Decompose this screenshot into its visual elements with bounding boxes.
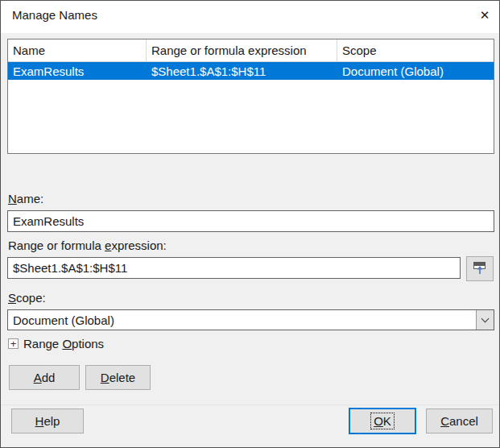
dialog-title: Manage Names: [12, 8, 97, 22]
manage-names-dialog: Manage Names ✕ Name Range or formula exp…: [0, 0, 500, 448]
cancel-button-label: Cancel: [440, 414, 478, 428]
delete-button-label: Delete: [101, 371, 135, 384]
delete-button[interactable]: Delete: [85, 365, 151, 390]
titlebar: Manage Names ✕: [1, 1, 499, 33]
cancel-button[interactable]: Cancel: [426, 409, 493, 433]
scope-dropdown-button[interactable]: [476, 310, 494, 330]
range-expression-input[interactable]: [7, 257, 461, 279]
add-button-label: Add: [34, 371, 56, 384]
named-ranges-list: Name Range or formula expression Scope E…: [7, 39, 494, 154]
cell-range: $Sheet1.$A$1:$H$11: [147, 62, 337, 80]
column-header-name[interactable]: Name: [8, 39, 147, 61]
close-icon: ✕: [480, 8, 490, 23]
column-header-scope[interactable]: Scope: [337, 39, 494, 61]
range-options-label: Range Options: [23, 337, 104, 351]
ok-button[interactable]: OK: [349, 408, 416, 434]
close-button[interactable]: ✕: [472, 1, 498, 30]
help-button-label: Help: [35, 414, 60, 428]
expand-plus-icon: +: [8, 338, 19, 349]
list-header: Name Range or formula expression Scope: [8, 39, 494, 62]
shrink-range-icon: [473, 261, 488, 277]
cell-scope: Document (Global): [337, 62, 494, 80]
column-header-range[interactable]: Range or formula expression: [147, 39, 337, 61]
ok-button-label: OK: [371, 413, 394, 429]
range-expression-label: Range or formula expression:: [8, 239, 167, 252]
name-label: Name:: [8, 192, 43, 205]
name-input[interactable]: [7, 210, 494, 232]
range-options-expander[interactable]: + Range Options: [8, 337, 104, 350]
help-button[interactable]: Help: [11, 409, 84, 433]
cell-name: ExamResults: [8, 62, 147, 80]
shrink-button[interactable]: [466, 256, 494, 281]
button-row-separator: [1, 404, 500, 405]
scope-label: Scope:: [8, 291, 46, 305]
scope-dropdown[interactable]: Document (Global): [7, 309, 494, 330]
add-button[interactable]: Add: [9, 365, 80, 390]
scope-selected-value: Document (Global): [8, 310, 476, 330]
chevron-down-icon: [481, 314, 490, 322]
list-row-examresults[interactable]: ExamResults $Sheet1.$A$1:$H$11 Document …: [8, 62, 494, 80]
